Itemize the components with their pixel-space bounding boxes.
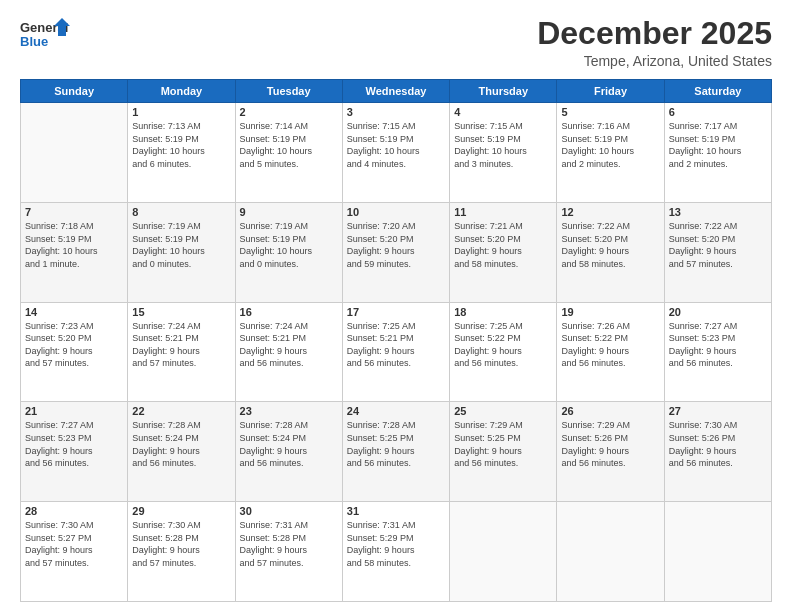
header-wednesday: Wednesday bbox=[342, 80, 449, 103]
calendar-table: Sunday Monday Tuesday Wednesday Thursday… bbox=[20, 79, 772, 602]
day-info: Sunrise: 7:16 AMSunset: 5:19 PMDaylight:… bbox=[561, 120, 659, 170]
day-number: 2 bbox=[240, 106, 338, 118]
calendar-day-cell: 30Sunrise: 7:31 AMSunset: 5:28 PMDayligh… bbox=[235, 502, 342, 602]
calendar-week-row: 7Sunrise: 7:18 AMSunset: 5:19 PMDaylight… bbox=[21, 202, 772, 302]
day-number: 7 bbox=[25, 206, 123, 218]
calendar-day-cell bbox=[21, 103, 128, 203]
day-info: Sunrise: 7:28 AMSunset: 5:24 PMDaylight:… bbox=[132, 419, 230, 469]
calendar-day-cell: 23Sunrise: 7:28 AMSunset: 5:24 PMDayligh… bbox=[235, 402, 342, 502]
calendar-day-cell: 6Sunrise: 7:17 AMSunset: 5:19 PMDaylight… bbox=[664, 103, 771, 203]
day-number: 18 bbox=[454, 306, 552, 318]
calendar-day-cell: 21Sunrise: 7:27 AMSunset: 5:23 PMDayligh… bbox=[21, 402, 128, 502]
day-number: 26 bbox=[561, 405, 659, 417]
calendar-day-cell: 8Sunrise: 7:19 AMSunset: 5:19 PMDaylight… bbox=[128, 202, 235, 302]
calendar-day-cell: 20Sunrise: 7:27 AMSunset: 5:23 PMDayligh… bbox=[664, 302, 771, 402]
calendar-day-cell: 22Sunrise: 7:28 AMSunset: 5:24 PMDayligh… bbox=[128, 402, 235, 502]
day-info: Sunrise: 7:22 AMSunset: 5:20 PMDaylight:… bbox=[669, 220, 767, 270]
day-number: 21 bbox=[25, 405, 123, 417]
header-monday: Monday bbox=[128, 80, 235, 103]
day-number: 4 bbox=[454, 106, 552, 118]
calendar-day-cell bbox=[450, 502, 557, 602]
day-info: Sunrise: 7:18 AMSunset: 5:19 PMDaylight:… bbox=[25, 220, 123, 270]
day-number: 27 bbox=[669, 405, 767, 417]
calendar-day-cell: 14Sunrise: 7:23 AMSunset: 5:20 PMDayligh… bbox=[21, 302, 128, 402]
day-number: 14 bbox=[25, 306, 123, 318]
day-info: Sunrise: 7:17 AMSunset: 5:19 PMDaylight:… bbox=[669, 120, 767, 170]
calendar-day-cell: 16Sunrise: 7:24 AMSunset: 5:21 PMDayligh… bbox=[235, 302, 342, 402]
calendar-day-cell: 9Sunrise: 7:19 AMSunset: 5:19 PMDaylight… bbox=[235, 202, 342, 302]
logo-svg: General Blue bbox=[20, 16, 70, 54]
header-tuesday: Tuesday bbox=[235, 80, 342, 103]
day-info: Sunrise: 7:14 AMSunset: 5:19 PMDaylight:… bbox=[240, 120, 338, 170]
day-info: Sunrise: 7:28 AMSunset: 5:25 PMDaylight:… bbox=[347, 419, 445, 469]
day-number: 12 bbox=[561, 206, 659, 218]
day-number: 10 bbox=[347, 206, 445, 218]
day-info: Sunrise: 7:26 AMSunset: 5:22 PMDaylight:… bbox=[561, 320, 659, 370]
day-number: 15 bbox=[132, 306, 230, 318]
calendar-week-row: 14Sunrise: 7:23 AMSunset: 5:20 PMDayligh… bbox=[21, 302, 772, 402]
day-info: Sunrise: 7:25 AMSunset: 5:22 PMDaylight:… bbox=[454, 320, 552, 370]
day-info: Sunrise: 7:28 AMSunset: 5:24 PMDaylight:… bbox=[240, 419, 338, 469]
day-info: Sunrise: 7:20 AMSunset: 5:20 PMDaylight:… bbox=[347, 220, 445, 270]
day-info: Sunrise: 7:27 AMSunset: 5:23 PMDaylight:… bbox=[669, 320, 767, 370]
day-info: Sunrise: 7:31 AMSunset: 5:28 PMDaylight:… bbox=[240, 519, 338, 569]
day-info: Sunrise: 7:31 AMSunset: 5:29 PMDaylight:… bbox=[347, 519, 445, 569]
day-number: 11 bbox=[454, 206, 552, 218]
calendar-week-row: 28Sunrise: 7:30 AMSunset: 5:27 PMDayligh… bbox=[21, 502, 772, 602]
day-number: 22 bbox=[132, 405, 230, 417]
day-number: 31 bbox=[347, 505, 445, 517]
calendar-day-cell: 31Sunrise: 7:31 AMSunset: 5:29 PMDayligh… bbox=[342, 502, 449, 602]
day-number: 3 bbox=[347, 106, 445, 118]
day-info: Sunrise: 7:30 AMSunset: 5:27 PMDaylight:… bbox=[25, 519, 123, 569]
calendar-day-cell: 26Sunrise: 7:29 AMSunset: 5:26 PMDayligh… bbox=[557, 402, 664, 502]
day-info: Sunrise: 7:29 AMSunset: 5:26 PMDaylight:… bbox=[561, 419, 659, 469]
calendar-day-cell: 24Sunrise: 7:28 AMSunset: 5:25 PMDayligh… bbox=[342, 402, 449, 502]
calendar-day-cell: 10Sunrise: 7:20 AMSunset: 5:20 PMDayligh… bbox=[342, 202, 449, 302]
day-info: Sunrise: 7:15 AMSunset: 5:19 PMDaylight:… bbox=[454, 120, 552, 170]
header: General Blue December 2025 Tempe, Arizon… bbox=[20, 16, 772, 69]
svg-text:Blue: Blue bbox=[20, 34, 48, 49]
calendar-day-cell: 11Sunrise: 7:21 AMSunset: 5:20 PMDayligh… bbox=[450, 202, 557, 302]
day-info: Sunrise: 7:23 AMSunset: 5:20 PMDaylight:… bbox=[25, 320, 123, 370]
day-number: 25 bbox=[454, 405, 552, 417]
day-info: Sunrise: 7:13 AMSunset: 5:19 PMDaylight:… bbox=[132, 120, 230, 170]
day-number: 5 bbox=[561, 106, 659, 118]
calendar-day-cell: 19Sunrise: 7:26 AMSunset: 5:22 PMDayligh… bbox=[557, 302, 664, 402]
calendar-day-cell: 18Sunrise: 7:25 AMSunset: 5:22 PMDayligh… bbox=[450, 302, 557, 402]
calendar-day-cell: 28Sunrise: 7:30 AMSunset: 5:27 PMDayligh… bbox=[21, 502, 128, 602]
day-number: 9 bbox=[240, 206, 338, 218]
weekday-header-row: Sunday Monday Tuesday Wednesday Thursday… bbox=[21, 80, 772, 103]
calendar-day-cell: 2Sunrise: 7:14 AMSunset: 5:19 PMDaylight… bbox=[235, 103, 342, 203]
page-subtitle: Tempe, Arizona, United States bbox=[537, 53, 772, 69]
day-info: Sunrise: 7:22 AMSunset: 5:20 PMDaylight:… bbox=[561, 220, 659, 270]
calendar-day-cell bbox=[557, 502, 664, 602]
calendar-day-cell: 1Sunrise: 7:13 AMSunset: 5:19 PMDaylight… bbox=[128, 103, 235, 203]
calendar-day-cell: 27Sunrise: 7:30 AMSunset: 5:26 PMDayligh… bbox=[664, 402, 771, 502]
calendar-day-cell bbox=[664, 502, 771, 602]
calendar-day-cell: 7Sunrise: 7:18 AMSunset: 5:19 PMDaylight… bbox=[21, 202, 128, 302]
header-saturday: Saturday bbox=[664, 80, 771, 103]
day-number: 13 bbox=[669, 206, 767, 218]
day-number: 8 bbox=[132, 206, 230, 218]
day-info: Sunrise: 7:30 AMSunset: 5:28 PMDaylight:… bbox=[132, 519, 230, 569]
day-info: Sunrise: 7:29 AMSunset: 5:25 PMDaylight:… bbox=[454, 419, 552, 469]
header-friday: Friday bbox=[557, 80, 664, 103]
calendar-day-cell: 13Sunrise: 7:22 AMSunset: 5:20 PMDayligh… bbox=[664, 202, 771, 302]
day-number: 19 bbox=[561, 306, 659, 318]
calendar-day-cell: 5Sunrise: 7:16 AMSunset: 5:19 PMDaylight… bbox=[557, 103, 664, 203]
day-number: 16 bbox=[240, 306, 338, 318]
day-info: Sunrise: 7:25 AMSunset: 5:21 PMDaylight:… bbox=[347, 320, 445, 370]
day-number: 23 bbox=[240, 405, 338, 417]
day-number: 29 bbox=[132, 505, 230, 517]
day-info: Sunrise: 7:19 AMSunset: 5:19 PMDaylight:… bbox=[240, 220, 338, 270]
title-block: December 2025 Tempe, Arizona, United Sta… bbox=[537, 16, 772, 69]
day-info: Sunrise: 7:24 AMSunset: 5:21 PMDaylight:… bbox=[132, 320, 230, 370]
day-number: 24 bbox=[347, 405, 445, 417]
header-sunday: Sunday bbox=[21, 80, 128, 103]
calendar-week-row: 1Sunrise: 7:13 AMSunset: 5:19 PMDaylight… bbox=[21, 103, 772, 203]
page-title: December 2025 bbox=[537, 16, 772, 51]
calendar-day-cell: 3Sunrise: 7:15 AMSunset: 5:19 PMDaylight… bbox=[342, 103, 449, 203]
calendar-day-cell: 25Sunrise: 7:29 AMSunset: 5:25 PMDayligh… bbox=[450, 402, 557, 502]
day-number: 6 bbox=[669, 106, 767, 118]
day-info: Sunrise: 7:15 AMSunset: 5:19 PMDaylight:… bbox=[347, 120, 445, 170]
